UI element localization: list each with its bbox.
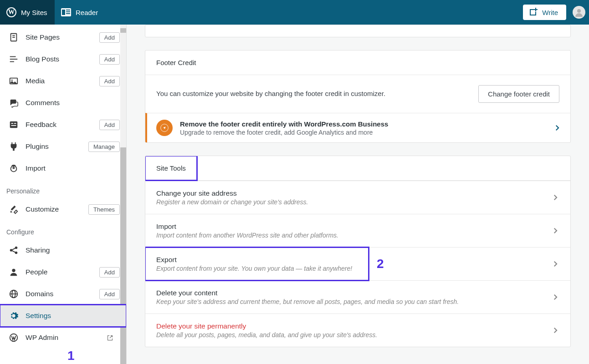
tool-desc: Delete all your posts, pages, media, and… [156,331,377,339]
reader-button[interactable]: Reader [55,0,104,25]
add-button[interactable]: Add [99,120,120,130]
sidebar-item-label: WP Admin [26,334,107,342]
import-icon [8,163,19,174]
domains-icon [8,288,19,299]
svg-rect-2 [66,10,70,10]
svg-rect-17 [11,125,16,126]
svg-rect-9 [10,56,16,57]
tool-desc: Register a new domain or change your sit… [156,198,308,206]
avatar[interactable] [573,6,585,19]
sidebar-item-people[interactable]: People Add [0,261,126,283]
chevron-right-icon [551,193,559,202]
svg-rect-16 [14,123,16,124]
manage-button[interactable]: Manage [88,142,120,152]
chevron-right-icon [551,260,559,268]
svg-rect-10 [10,59,18,60]
upsell-title: Remove the footer credit entirely with W… [180,120,388,128]
previous-card-stub [145,25,571,37]
tool-title: Change your site address [156,189,308,197]
sidebar-item-customize[interactable]: Customize Themes [0,198,126,220]
tool-export[interactable]: Export Export content from your site. Yo… [145,247,570,280]
svg-point-13 [11,80,13,81]
chevron-right-icon [551,326,559,334]
sidebar-item-label: People [26,268,99,276]
chevron-right-icon [551,293,559,301]
themes-button[interactable]: Themes [88,204,120,215]
add-button[interactable]: Add [99,76,120,86]
chevron-right-icon [553,124,561,132]
annotation-number-2: 2 [377,257,384,271]
svg-rect-3 [66,11,70,12]
sidebar-item-label: Domains [26,290,99,298]
sidebar-item-sharing[interactable]: Sharing [0,239,126,261]
reader-icon [61,8,71,16]
my-sites-button[interactable]: W My Sites [0,0,55,25]
footer-credit-upsell[interactable]: Remove the footer credit entirely with W… [145,113,570,142]
sidebar-item-comments[interactable]: Comments [0,92,126,114]
annotation-number-1: 1 [67,349,75,363]
personalize-header: Personalize [0,179,126,198]
main-content: Footer Credit You can customize your web… [127,25,589,364]
tool-title: Import [156,222,338,231]
sidebar-item-import[interactable]: Import [0,157,126,179]
sidebar-item-label: Import [26,164,120,172]
footer-credit-card: Footer Credit You can customize your web… [145,50,571,143]
sidebar-item-site-pages[interactable]: Site Pages Add [0,26,126,48]
write-icon [528,8,538,17]
compass-icon [156,120,173,136]
sharing-icon [8,245,19,256]
chevron-right-icon [551,227,559,235]
svg-rect-14 [10,121,18,128]
svg-rect-4 [66,13,70,14]
tool-title: Delete your content [156,289,459,297]
svg-rect-11 [10,61,14,62]
media-icon [8,76,19,86]
tool-import[interactable]: Import Import content from another WordP… [145,214,570,247]
comments-icon [8,97,19,108]
sidebar-item-label: Media [26,77,99,85]
sidebar-item-settings[interactable]: Settings [0,305,126,327]
configure-header: Configure [0,220,126,239]
add-button[interactable]: Add [99,267,120,278]
svg-point-23 [12,269,15,272]
sidebar-item-label: Settings [26,312,120,320]
sidebar-item-blog-posts[interactable]: Blog Posts Add [0,48,126,70]
sidebar-item-plugins[interactable]: Plugins Manage [0,136,126,157]
add-button[interactable]: Add [99,32,120,43]
sidebar-item-domains[interactable]: Domains Add [0,283,126,305]
sidebar: Site Pages Add Blog Posts Add Media Add … [0,25,127,364]
tool-desc: Keep your site's address and current the… [156,298,459,305]
tool-delete-content[interactable]: Delete your content Keep your site's add… [145,280,570,313]
sidebar-item-wp-admin[interactable]: WP Admin [0,327,126,349]
sidebar-item-label: Sharing [26,246,120,254]
write-button[interactable]: Write [523,5,566,20]
customize-icon [8,204,19,215]
sidebar-item-feedback[interactable]: Feedback Add [0,114,126,136]
tool-title: Export [156,256,358,264]
svg-rect-15 [11,123,14,124]
sidebar-item-media[interactable]: Media Add [0,70,126,92]
write-label: Write [542,9,558,16]
tool-delete-site[interactable]: Delete your site permanently Delete all … [145,313,570,347]
people-icon [8,267,19,278]
my-sites-label: My Sites [21,9,47,16]
top-bar: W My Sites Reader Write [0,0,589,25]
sidebar-item-label: Site Pages [26,33,99,41]
footer-credit-desc: You can customize your website by changi… [156,89,385,99]
sidebar-item-label: Plugins [26,142,88,151]
add-button[interactable]: Add [99,289,120,299]
settings-icon [8,310,19,321]
svg-rect-1 [62,10,65,15]
add-button[interactable]: Add [99,54,120,65]
tool-change-address[interactable]: Change your site address Register a new … [145,181,570,214]
sidebar-item-label: Blog Posts [26,55,99,63]
pages-icon [8,32,19,43]
wordpress-icon [8,332,19,343]
sidebar-item-label: Feedback [26,121,99,129]
site-tools-card: Site Tools Change your site address Regi… [145,156,571,347]
change-footer-credit-button[interactable]: Change footer credit [478,85,559,103]
wordpress-icon: W [6,7,16,17]
tool-title: Delete your site permanently [156,322,377,330]
svg-point-5 [577,9,581,13]
svg-line-21 [12,248,15,250]
